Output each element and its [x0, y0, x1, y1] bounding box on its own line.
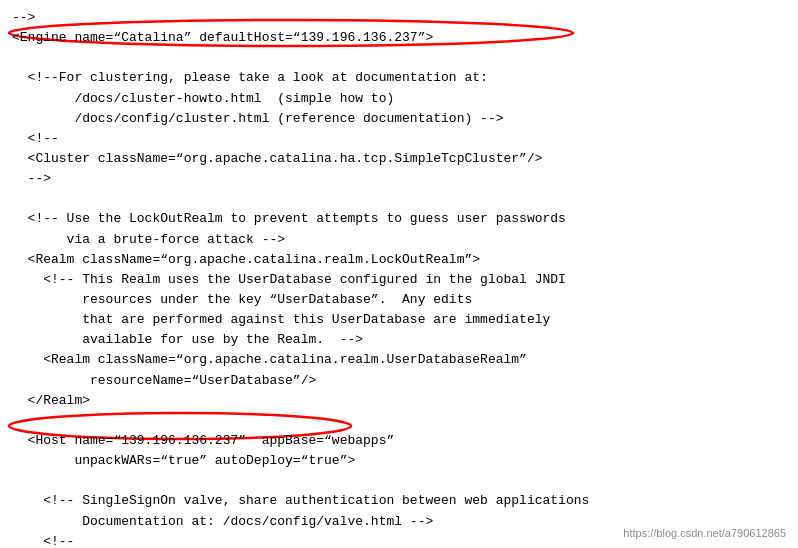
code-line-host: <Host name=“139.196.136.237” appBase=“we…	[12, 431, 786, 451]
code-line-resource-name: resourceName=“UserDatabase”/>	[12, 371, 786, 391]
code-line-blank2	[12, 189, 786, 209]
code-line-available: available for use by the Realm. -->	[12, 330, 786, 350]
code-line-end-comment: -->	[12, 169, 786, 189]
code-line-performed: that are performed against this UserData…	[12, 310, 786, 330]
code-line: -->	[12, 8, 786, 28]
code-line-doc1: /docs/cluster-howto.html (simple how to)	[12, 89, 786, 109]
code-line-unpack: unpackWARs=“true” autoDeploy=“true”>	[12, 451, 786, 471]
watermark: https://blog.csdn.net/a790612865	[623, 525, 786, 542]
code-line-comment3: <!-- This Realm uses the UserDatabase co…	[12, 270, 786, 290]
code-line-resources: resources under the key “UserDatabase”. …	[12, 290, 786, 310]
code-line-comment1: <!--For clustering, please take a look a…	[12, 68, 786, 88]
code-line-blank4	[12, 471, 786, 491]
code-line-cluster: <Cluster className=“org.apache.catalina.…	[12, 149, 786, 169]
code-line-lockout: <!-- Use the LockOutRealm to prevent att…	[12, 209, 786, 229]
code-line-blank3	[12, 411, 786, 431]
code-line-comment2: <!--	[12, 129, 786, 149]
code-line-doc2: /docs/config/cluster.html (reference doc…	[12, 109, 786, 129]
code-line-sso: <!-- SingleSignOn valve, share authentic…	[12, 491, 786, 511]
code-line-engine: <Engine name=“Catalina” defaultHost=“139…	[12, 28, 786, 48]
code-line-blank1	[12, 48, 786, 68]
code-line-realm2: <Realm className=“org.apache.catalina.re…	[12, 350, 786, 370]
code-line-bruteforce: via a brute-force attack -->	[12, 230, 786, 250]
code-container: --> <Engine name=“Catalina” defaultHost=…	[0, 0, 798, 548]
code-line-realm1: <Realm className=“org.apache.catalina.re…	[12, 250, 786, 270]
code-line-close-realm: </Realm>	[12, 391, 786, 411]
